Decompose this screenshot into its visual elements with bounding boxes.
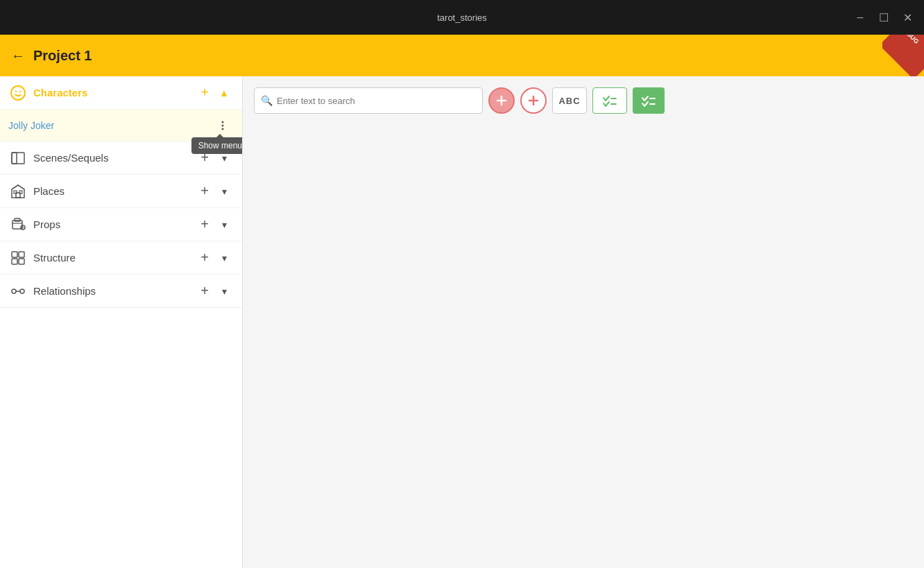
svg-point-22 [20, 289, 24, 293]
structure-icon [8, 248, 28, 268]
places-icon [8, 182, 28, 201]
places-add-button[interactable]: + [195, 182, 214, 201]
structure-collapse-button[interactable]: ▾ [214, 248, 234, 268]
svg-rect-19 [12, 259, 17, 264]
sidebar-section-scenes: Scenes/Sequels + ▾ [0, 141, 242, 175]
search-icon: 🔍 [261, 95, 273, 106]
scenes-label: Scenes/Sequels [33, 152, 195, 164]
search-wrapper: 🔍 [254, 87, 483, 114]
characters-label: Characters [33, 87, 195, 98]
svg-point-0 [11, 86, 25, 100]
relationships-collapse-button[interactable]: ▾ [214, 282, 234, 301]
svg-rect-20 [19, 259, 24, 264]
character-menu-button[interactable] [212, 114, 234, 137]
main-layout: Characters + ▲ Jolly Joker Show menu [0, 76, 924, 568]
character-item-jolly-joker: Jolly Joker Show menu [0, 110, 242, 141]
abc-label: ABC [558, 96, 580, 106]
debug-badge-container: DEBUG [882, 35, 924, 76]
minimize-button[interactable]: – [850, 8, 870, 27]
add-filled-button[interactable] [488, 87, 515, 114]
sidebar-section-structure: Structure + ▾ [0, 241, 242, 275]
project-title: Project 1 [33, 48, 92, 64]
scenes-add-button[interactable]: + [195, 148, 214, 168]
sidebar: Characters + ▲ Jolly Joker Show menu [0, 76, 243, 568]
svg-rect-17 [12, 252, 17, 257]
structure-label: Structure [33, 252, 195, 264]
content-area: 🔍 ABC [243, 76, 924, 568]
character-name: Jolly Joker [8, 120, 212, 131]
svg-point-3 [222, 121, 224, 123]
structure-add-button[interactable]: + [195, 248, 214, 268]
titlebar: tarot_stories – ☐ ✕ [0, 0, 924, 35]
back-button[interactable]: ← [11, 48, 25, 64]
places-collapse-button[interactable]: ▾ [214, 182, 234, 201]
checklist-outline-button[interactable] [592, 87, 627, 114]
sidebar-section-props: Props + ▾ [0, 208, 242, 241]
props-label: Props [33, 218, 195, 230]
characters-collapse-button[interactable]: ▲ [214, 83, 234, 103]
svg-point-4 [222, 124, 224, 126]
checklist-filled-button[interactable] [633, 87, 665, 114]
back-icon: ← [11, 48, 25, 64]
maximize-button[interactable]: ☐ [874, 8, 893, 27]
relationships-label: Relationships [33, 285, 195, 297]
sidebar-section-relationships: Relationships + ▾ [0, 275, 242, 308]
props-collapse-button[interactable]: ▾ [214, 215, 234, 234]
close-button[interactable]: ✕ [898, 8, 917, 27]
relationships-add-button[interactable]: + [195, 282, 214, 301]
sidebar-section-places: Places + ▾ [0, 175, 242, 208]
app-title: tarot_stories [437, 12, 487, 23]
characters-icon [8, 83, 28, 103]
svg-rect-6 [12, 153, 24, 164]
sidebar-section-characters: Characters + ▲ [0, 76, 242, 110]
toolbar: 🔍 ABC [254, 87, 913, 114]
props-add-button[interactable]: + [195, 215, 214, 234]
svg-point-2 [19, 90, 21, 92]
scenes-icon [8, 148, 28, 168]
relationships-icon [8, 282, 28, 301]
svg-rect-7 [12, 153, 17, 164]
places-label: Places [33, 185, 195, 197]
header: ← Project 1 DEBUG [0, 35, 924, 76]
svg-point-5 [222, 128, 224, 130]
svg-rect-18 [19, 252, 24, 257]
window-controls: – ☐ ✕ [850, 8, 917, 27]
scenes-collapse-button[interactable]: ▾ [214, 148, 234, 168]
svg-point-21 [12, 289, 16, 293]
abc-button[interactable]: ABC [552, 87, 587, 114]
svg-point-1 [15, 90, 17, 92]
characters-add-button[interactable]: + [195, 83, 214, 103]
svg-rect-12 [15, 218, 20, 221]
props-icon [8, 215, 28, 234]
add-outline-button[interactable] [520, 87, 547, 114]
search-input[interactable] [254, 87, 483, 114]
